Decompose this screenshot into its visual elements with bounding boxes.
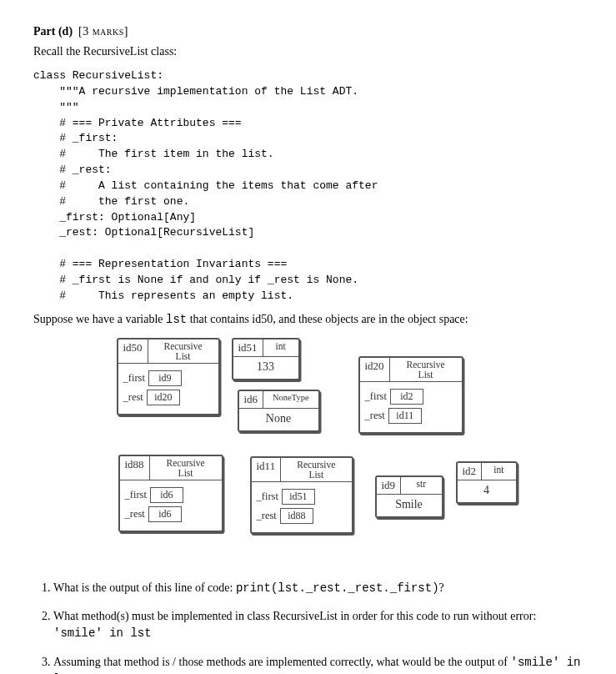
q2-code: 'smile' in lst [53,626,152,640]
obj-value: 133 [233,357,298,379]
slot-val: id11 [388,408,422,424]
question-list: What is the output of this line of code:… [33,580,583,674]
obj-type: int [263,340,298,356]
slot-val: id9 [148,370,182,386]
suppose-text: Suppose we have a variable lst that cont… [33,313,583,326]
slot-key: _rest [123,391,143,404]
obj-id: id11 [252,458,282,481]
obj-id11: id11 Recursive List _firstid51 _restid88 [250,456,353,534]
slot-key: _first [365,390,387,403]
obj-id2: id2 int 4 [456,461,518,504]
obj-id50: id50 Recursive List _firstid9 _restid20 [117,338,220,415]
obj-type: NoneType [263,391,318,408]
obj-id: id50 [118,340,148,363]
slot-val: id20 [147,390,180,405]
obj-id: id9 [377,477,402,494]
obj-id20: id20 Recursive List _firstid2 _restid11 [358,356,463,434]
obj-id: id2 [458,463,483,480]
question-2: What method(s) must be implemented in cl… [53,608,583,642]
slot-key: _rest [125,508,145,521]
q1-code: print(lst._rest._rest._first) [236,581,439,595]
obj-value: None [239,409,318,430]
part-label: Part (d) [33,25,73,38]
obj-id: id6 [239,391,264,408]
question-3: Assuming that method is / those methods … [53,654,583,674]
part-header: Part (d) [3 marks] [33,25,583,38]
suppose-pre: Suppose we have a variable [33,313,166,325]
q3-pre: Assuming that method is / those methods … [53,656,510,668]
obj-value: 4 [458,480,516,502]
obj-type: Recursive List [148,340,218,363]
slot-key: _first [257,490,278,503]
slot-key: _rest [257,510,277,522]
obj-id: id88 [120,456,150,480]
q1-pre: What is the output of this line of code: [53,581,236,594]
marks-label: [3 marks] [78,25,128,38]
obj-id51: id51 int 133 [232,338,300,380]
code-block: class RecursiveList: """A recursive impl… [33,68,583,304]
obj-id: id51 [233,340,263,356]
obj-id9: id9 str Smile [375,475,443,518]
q2-pre: What method(s) must be implemented in cl… [53,610,536,622]
slot-val: id6 [148,506,182,522]
obj-type: Recursive List [281,458,351,481]
recall-text: Recall the RecursiveList class: [33,45,583,58]
suppose-post: that contains id50, and these objects ar… [187,313,468,325]
slot-key: _rest [365,410,385,422]
obj-id: id20 [360,358,390,381]
slot-val: id88 [280,508,313,524]
slot-key: _first [125,489,147,501]
obj-type: str [401,477,441,494]
slot-val: id2 [390,389,423,405]
obj-type: Recursive List [390,358,462,381]
slot-val: id51 [282,489,315,505]
obj-id6: id6 NoneType None [238,390,320,432]
slot-val: id6 [150,487,183,503]
slot-key: _first [123,372,145,385]
obj-type: Recursive List [150,456,222,480]
q1-post: ? [439,581,444,594]
obj-type: int [482,463,515,480]
suppose-var: lst [166,313,187,326]
object-diagram: id50 Recursive List _firstid9 _restid20 … [42,338,575,563]
obj-id88: id88 Recursive List _firstid6 _restid6 [118,455,223,532]
obj-value: Smile [377,495,442,516]
question-1: What is the output of this line of code:… [53,580,583,596]
